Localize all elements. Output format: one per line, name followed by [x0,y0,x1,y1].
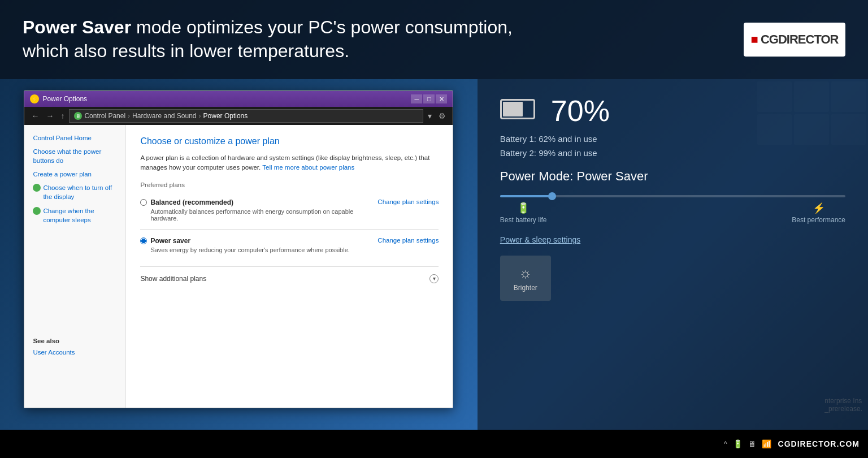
sidebar-power-buttons[interactable]: Choose what the power buttons do [33,147,117,165]
display-taskbar-icon[interactable]: 🖥 [748,439,756,448]
best-performance-label: Best performance [792,216,845,224]
power-slider-fill [500,195,552,197]
show-additional-label: Show additional plans [140,275,206,283]
dialog-content: Control Panel Home Choose what the power… [24,125,453,408]
radio-balanced[interactable] [140,199,147,206]
close-button[interactable]: ✕ [436,94,447,103]
plan-desc-balanced: Automatically balances performance with … [150,208,366,222]
power-slider-labels: 🔋 Best battery life ⚡ Best performance [500,202,845,224]
taskbar: ^ 🔋 🖥 📶 CGDIRECTOR.COM [0,430,868,458]
power-mode-label: Power Mode: Power Saver [500,169,845,184]
breadcrumb-power-options: Power Options [203,112,248,120]
quick-settings-row: ☼ Brighter [500,256,845,301]
dialog-main: Choose or customize a power plan A power… [126,125,453,408]
main-description: A power plan is a collection of hardware… [140,153,439,173]
battery-icon-large [500,99,540,123]
show-additional-plans[interactable]: Show additional plans ▾ [140,270,439,288]
preferred-plans-label: Preferred plans [140,182,439,188]
breadcrumb-sep1: › [128,112,130,120]
power-slider-container[interactable]: 🔋 Best battery life ⚡ Best performance [500,195,845,224]
sidebar-turn-off-display[interactable]: Choose when to turn off the display [33,183,117,201]
dialog-titlebar: ⚡ Power Options ─ □ ✕ [24,91,453,107]
plan-item-balanced: Balanced (recommended) Automatically bal… [140,194,439,226]
battery-life-icon: 🔋 [517,202,530,214]
plan-left-power-saver: Power saver Saves energy by reducing you… [140,237,349,253]
sidebar-computer-sleeps[interactable]: Change when the computer sleeps [33,206,117,224]
plan-divider [140,229,439,230]
dialog-sidebar: Control Panel Home Choose what the power… [24,125,126,408]
plan-name-row-power-saver: Power saver [140,237,349,245]
header-title-bold: Power Saver [23,17,131,37]
battery-body [500,99,535,119]
up-button[interactable]: ↑ [58,110,67,122]
plan-item-power-saver: Power saver Saves energy by reducing you… [140,232,439,258]
change-settings-power-saver[interactable]: Change plan settings [377,237,439,244]
sidebar-control-panel-home[interactable]: Control Panel Home [33,133,117,142]
sidebar-icon-sleep [33,207,41,215]
power-sleep-link[interactable]: Power & sleep settings [500,235,845,244]
minimize-button[interactable]: ─ [411,94,422,103]
sidebar-create-plan[interactable]: Create a power plan [33,170,117,179]
battery-tip [535,105,535,113]
plan-left-balanced: Balanced (recommended) Automatically bal… [140,198,366,222]
performance-icon: ⚡ [813,202,825,214]
main-title: Choose or customize a power plan [140,136,439,146]
titlebar-title: Power Options [42,95,407,103]
breadcrumb-control-panel: Control Panel [84,112,125,120]
titlebar-controls: ─ □ ✕ [411,94,447,103]
header: Power Saver mode optimizes your PC's pow… [0,0,868,79]
plan-name-balanced: Balanced (recommended) [150,198,233,206]
power-slider-track[interactable] [500,195,845,197]
taskbar-icons: ^ 🔋 🖥 📶 [724,439,771,448]
logo-container: ■ CGDIRECTOR [744,23,845,57]
back-button[interactable]: ← [29,110,41,122]
plan-name-row-balanced: Balanced (recommended) [140,198,366,206]
power-label-right: ⚡ Best performance [792,202,845,224]
plan-desc-power-saver: Saves energy by reducing your computer's… [150,247,349,253]
brightness-icon: ☼ [519,265,532,281]
settings-button[interactable]: ⚙ [436,110,448,122]
plan-section: Balanced (recommended) Automatically bal… [140,194,439,258]
plan-name-power-saver: Power saver [150,237,190,245]
left-panel: ⚡ Power Options ─ □ ✕ ← → ↑ 🖥 Control Pa… [0,79,478,430]
content-area: ⚡ Power Options ─ □ ✕ ← → ↑ 🖥 Control Pa… [0,79,868,430]
battery1-status: Battery 1: 62% and in use [500,134,845,144]
breadcrumb-hardware: Hardware and Sound [132,112,196,120]
dropdown-button[interactable]: ▾ [426,110,434,122]
logo: ■ CGDIRECTOR [751,32,839,47]
taskbar-brand: CGDIRECTOR.COM [778,439,860,448]
chevron-down-icon: ▾ [429,274,439,283]
section-divider [140,266,439,267]
best-battery-label: Best battery life [500,216,547,224]
learn-more-link[interactable]: Tell me more about power plans [262,164,354,171]
breadcrumb-sep2: › [199,112,201,120]
radio-power-saver[interactable] [140,237,147,244]
sidebar-icon-display [33,184,41,192]
titlebar-icon: ⚡ [30,94,39,103]
brightness-label: Brighter [514,284,537,292]
brightness-tile[interactable]: ☼ Brighter [500,256,551,301]
battery-taskbar-icon[interactable]: 🔋 [733,439,743,448]
battery-fill [503,102,523,116]
maximize-button[interactable]: □ [423,94,435,103]
forward-button[interactable]: → [44,110,56,122]
system-tray-expand[interactable]: ^ [724,440,727,448]
address-text: Control Panel › Hardware and Sound › Pow… [84,112,248,120]
change-settings-balanced[interactable]: Change plan settings [377,198,439,205]
power-slider-thumb[interactable] [548,192,556,200]
battery-percentage: 70% [551,96,610,126]
sidebar-user-accounts[interactable]: User Accounts [33,348,117,357]
dialog-toolbar: ← → ↑ 🖥 Control Panel › Hardware and Sou… [24,107,453,125]
address-icon: 🖥 [74,112,82,120]
wifi-taskbar-icon[interactable]: 📶 [762,439,771,448]
right-panel: 70% Battery 1: 62% and in use Battery 2:… [478,79,868,430]
sidebar-see-also: See also [33,338,117,344]
battery-details: Battery 1: 62% and in use Battery 2: 99%… [500,134,845,158]
header-text: Power Saver mode optimizes your PC's pow… [23,16,744,63]
battery2-status: Battery 2: 99% and in use [500,148,845,158]
address-bar[interactable]: 🖥 Control Panel › Hardware and Sound › P… [69,109,423,123]
power-label-left: 🔋 Best battery life [500,202,547,224]
header-title: Power Saver mode optimizes your PC's pow… [23,16,744,63]
windows-dialog: ⚡ Power Options ─ □ ✕ ← → ↑ 🖥 Control Pa… [24,90,453,408]
battery-header: 70% [500,96,845,126]
